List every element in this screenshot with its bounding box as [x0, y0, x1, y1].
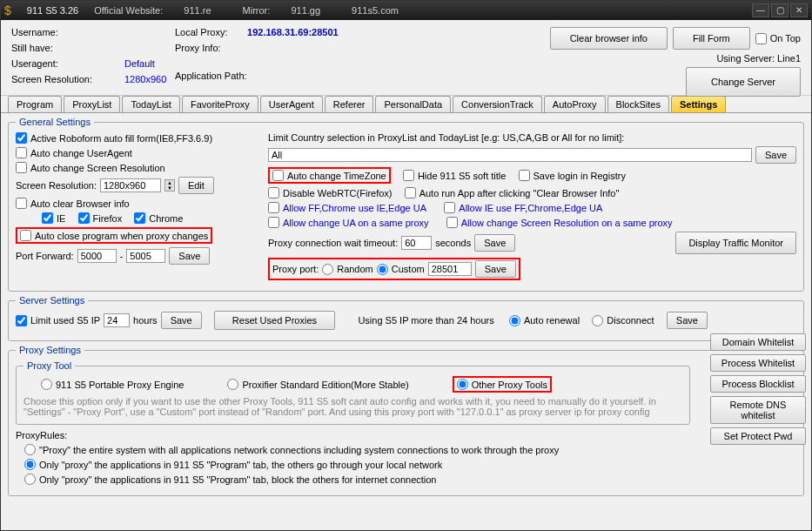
- using-server-label: Using Server: Line1: [716, 53, 801, 64]
- save-reg-checkbox[interactable]: Save login in Registry: [519, 170, 626, 181]
- clear-browser-button[interactable]: Clear browser info: [550, 27, 668, 50]
- window-controls: — ▢ ✕: [752, 3, 808, 17]
- tab-proxylist[interactable]: ProxyList: [64, 96, 120, 112]
- port-save-button[interactable]: Save: [475, 260, 516, 278]
- sr-edit-button[interactable]: Edit: [178, 177, 214, 194]
- limit-save-button[interactable]: Save: [755, 146, 796, 164]
- hide-title-checkbox[interactable]: Hide 911 S5 soft title: [403, 170, 507, 181]
- ss-save2-button[interactable]: Save: [667, 312, 708, 329]
- proxy-tool: Proxy Tool 911 S5 Portable Proxy Engine …: [16, 360, 690, 425]
- pf-from-input[interactable]: [77, 249, 117, 263]
- ss-save-button[interactable]: Save: [161, 312, 202, 329]
- using-more-label: Using S5 IP more than 24 hours: [358, 315, 493, 326]
- tab-autoproxy[interactable]: AutoProxy: [544, 96, 606, 112]
- proxy-tool-opt2[interactable]: Proxifier Standard Edition(More Stable): [227, 379, 408, 390]
- allow-sr-same-checkbox[interactable]: Allow change Screen Resolution on a same…: [446, 217, 673, 228]
- autorun-checkbox[interactable]: Auto run App after clicking "Clear Brows…: [405, 187, 620, 198]
- app-window: $ 911 S5 3.26 Official Website: 911.re M…: [0, 0, 812, 531]
- proxyrule-2[interactable]: Only "proxy" the applications in 911 S5 …: [24, 459, 442, 470]
- proxyrule-3[interactable]: Only "proxy" the applications in 911 S5 …: [24, 474, 436, 485]
- pf-save-button[interactable]: Save: [169, 247, 210, 265]
- apppath-label: Application Path:: [175, 71, 247, 81]
- remote-dns-button[interactable]: Remote DNS whitelist: [710, 396, 806, 424]
- proxy-tool-opt1[interactable]: 911 S5 Portable Proxy Engine: [41, 379, 184, 390]
- tabs: Program ProxyList TodayList FavoriteProx…: [1, 96, 811, 113]
- tab-program[interactable]: Program: [8, 96, 62, 112]
- roboform-checkbox[interactable]: Active Roboform auto fill form(IE8,FF3.6…: [16, 132, 212, 144]
- on-top-checkbox[interactable]: On Top: [755, 33, 801, 44]
- limit-ip-checkbox[interactable]: Limit used S5 IP: [16, 315, 100, 326]
- general-settings-legend: General Settings: [16, 117, 94, 127]
- allow-ie-ff-checkbox[interactable]: Allow IE use FF,Chrome,Edge UA: [444, 202, 602, 213]
- tab-favoriteproxy[interactable]: FavoriteProxy: [182, 96, 258, 112]
- tab-personaldata[interactable]: PersonalData: [375, 96, 451, 112]
- allow-ff-ie-checkbox[interactable]: Allow FF,Chrome use IE,Edge UA: [268, 202, 426, 213]
- localproxy-label: Local Proxy:: [175, 27, 245, 37]
- tab-useragent[interactable]: UserAgent: [260, 96, 323, 112]
- pf-to-input[interactable]: [126, 249, 165, 263]
- settings-body: General Settings Active Roboform auto fi…: [1, 113, 811, 507]
- localproxy-value: 192.168.31.69:28501: [247, 27, 339, 37]
- chrome-checkbox[interactable]: Chrome: [134, 212, 183, 224]
- port-input[interactable]: [428, 262, 472, 276]
- fill-form-button[interactable]: Fill Form: [673, 27, 750, 50]
- reset-proxies-button[interactable]: Reset Used Proxies: [214, 311, 335, 330]
- tab-referer[interactable]: Referer: [325, 96, 374, 112]
- auto-clear-checkbox[interactable]: Auto clear Browser info: [16, 198, 130, 209]
- screenres-value: 1280x960: [124, 74, 166, 84]
- website-label: Official Website: 911.re: [94, 5, 226, 16]
- domain-whitelist-button[interactable]: Domain Whitelist: [710, 333, 806, 351]
- disconnect-radio[interactable]: Disconnect: [592, 315, 654, 326]
- auto-sr-checkbox[interactable]: Auto change Screen Resolution: [16, 162, 165, 173]
- proxy-settings: Proxy Settings Proxy Tool 911 S5 Portabl…: [8, 345, 804, 496]
- tab-blocksites[interactable]: BlockSites: [607, 96, 669, 112]
- sr-spinner[interactable]: ▲▼: [164, 179, 175, 192]
- disable-webrtc-checkbox[interactable]: Disable WebRTC(Firefox): [268, 187, 393, 198]
- tab-conversiontrack[interactable]: ConversionTrack: [453, 96, 542, 112]
- limit-country-input[interactable]: [268, 148, 752, 162]
- conn-timeout-label: Proxy connection wait timeout:: [268, 238, 398, 248]
- hours-input[interactable]: [104, 313, 130, 327]
- seconds-label: seconds: [435, 238, 471, 248]
- conn-timeout-input[interactable]: [401, 236, 432, 250]
- proxyport-label: Proxy port:: [272, 264, 319, 274]
- titlebar: $ 911 S5 3.26 Official Website: 911.re M…: [1, 1, 811, 20]
- app-title: 911 S5 3.26: [27, 5, 78, 16]
- limit-country-label: Limit Country selection in ProxyList and…: [268, 132, 624, 143]
- allow-ua-same-checkbox[interactable]: Allow change UA on a same proxy: [268, 217, 429, 228]
- proxy-tool-opt3[interactable]: Other Proxy Tools: [457, 379, 547, 390]
- tab-todaylist[interactable]: TodayList: [122, 96, 179, 112]
- proxyrule-1[interactable]: "Proxy" the entire system with all appli…: [24, 444, 559, 455]
- general-settings: General Settings Active Roboform auto fi…: [8, 117, 804, 292]
- close-button[interactable]: ✕: [790, 3, 808, 17]
- auto-close-checkbox[interactable]: Auto close program when proxy changes: [20, 230, 208, 241]
- traffic-monitor-button[interactable]: Display Traffic Monitor: [675, 232, 796, 254]
- info-area: Username: Still have: Useragent:Default …: [1, 20, 811, 96]
- port-random-radio[interactable]: Random: [322, 264, 373, 275]
- server-settings: Server Settings Limit used S5 IP hours S…: [8, 295, 804, 341]
- mirror-label: Mirror: 911.gg: [243, 5, 337, 16]
- tab-settings[interactable]: Settings: [671, 96, 726, 112]
- useragent-value[interactable]: Default: [124, 58, 155, 69]
- firefox-checkbox[interactable]: Firefox: [78, 212, 123, 224]
- screenres-label: Screen Resolution:: [11, 74, 124, 84]
- sr-input[interactable]: [100, 178, 161, 192]
- minimize-button[interactable]: —: [752, 3, 769, 17]
- username-label: Username:: [11, 27, 124, 37]
- protect-pwd-button[interactable]: Set Protect Pwd: [710, 427, 806, 445]
- process-blocklist-button[interactable]: Process Blocklist: [710, 375, 806, 393]
- process-whitelist-button[interactable]: Process Whitelist: [710, 354, 806, 372]
- auto-tz-checkbox[interactable]: Auto change TimeZone: [272, 170, 386, 181]
- stillhave-label: Still have:: [11, 43, 124, 53]
- port-custom-radio[interactable]: Custom: [377, 264, 425, 275]
- maximize-button[interactable]: ▢: [771, 3, 789, 17]
- ie-checkbox[interactable]: IE: [42, 212, 65, 224]
- proxy-settings-legend: Proxy Settings: [16, 345, 84, 355]
- change-server-button[interactable]: Change Server: [686, 67, 801, 97]
- hours-label: hours: [133, 315, 158, 326]
- auto-renewal-radio[interactable]: Auto renewal: [509, 315, 580, 326]
- auto-ua-checkbox[interactable]: Auto change UserAgent: [16, 147, 132, 158]
- server-settings-legend: Server Settings: [16, 295, 88, 306]
- timeout-save-button[interactable]: Save: [474, 234, 515, 252]
- proxy-tool-note: Choose this option only if you want to u…: [23, 396, 682, 417]
